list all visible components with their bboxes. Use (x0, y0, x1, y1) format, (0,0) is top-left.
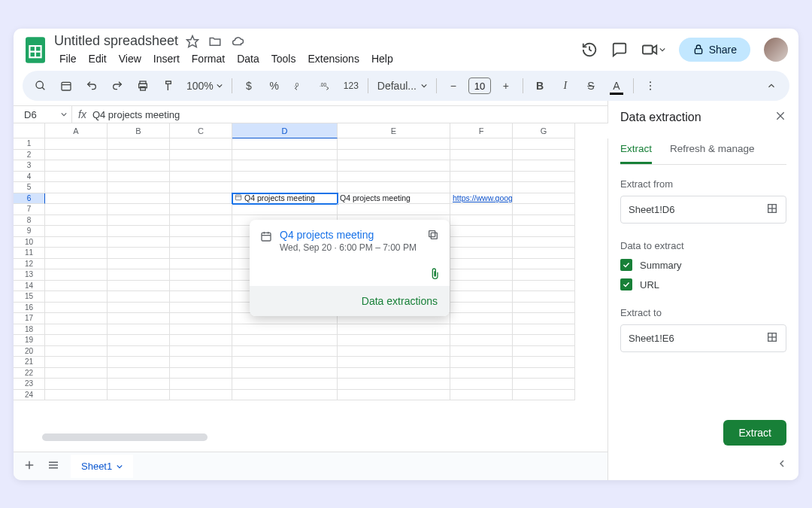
copy-icon[interactable] (427, 229, 439, 244)
move-icon[interactable] (208, 35, 222, 48)
col-header-b[interactable]: B (108, 123, 170, 138)
cell-A3[interactable] (45, 160, 108, 172)
cell-D5[interactable] (232, 182, 338, 193)
row-header[interactable]: 24 (14, 390, 45, 401)
cell-C12[interactable] (170, 259, 232, 270)
cell-C15[interactable] (170, 291, 232, 303)
cell-A19[interactable] (45, 335, 108, 346)
cell-F8[interactable] (450, 215, 513, 227)
row-header[interactable]: 13 (14, 269, 45, 281)
grid-picker-icon[interactable] (766, 202, 778, 217)
strikethrough-icon[interactable]: S (580, 75, 601, 96)
cell-F11[interactable] (450, 248, 513, 259)
cell-B20[interactable] (108, 346, 170, 357)
sheets-logo[interactable] (24, 35, 47, 65)
cell-C24[interactable] (170, 390, 232, 401)
extract-button[interactable]: Extract (723, 420, 786, 446)
cell-D7[interactable] (232, 204, 338, 215)
share-button[interactable]: Share (679, 38, 750, 62)
cell-C18[interactable] (170, 324, 232, 336)
select-all-corner[interactable] (14, 123, 45, 138)
cell-F6[interactable]: https://www.google.com/calendar/ev (450, 193, 513, 205)
cell-C23[interactable] (170, 379, 232, 390)
cell-F20[interactable] (450, 346, 513, 357)
cell-B24[interactable] (108, 390, 170, 401)
cell-B16[interactable] (108, 303, 170, 314)
cell-A14[interactable] (45, 281, 108, 292)
col-header-e[interactable]: E (338, 123, 450, 138)
cell-A1[interactable] (45, 138, 108, 150)
cell-A17[interactable] (45, 313, 108, 324)
row-header[interactable]: 12 (14, 259, 45, 270)
expand-panel-icon[interactable] (776, 458, 788, 473)
cell-A22[interactable] (45, 368, 108, 379)
cell-F19[interactable] (450, 335, 513, 346)
popup-action[interactable]: Data extractions (250, 286, 450, 316)
row-header[interactable]: 7 (14, 204, 45, 215)
menu-tools[interactable]: Tools (266, 51, 301, 66)
row-header[interactable]: 20 (14, 346, 45, 357)
cell-A11[interactable] (45, 248, 108, 259)
cell-B18[interactable] (108, 324, 170, 336)
cell-B22[interactable] (108, 368, 170, 379)
row-header[interactable]: 22 (14, 368, 45, 379)
cell-E2[interactable] (338, 150, 450, 161)
cell-G11[interactable] (513, 248, 575, 259)
cell-A9[interactable] (45, 226, 108, 237)
cell-A7[interactable] (45, 204, 108, 215)
row-header[interactable]: 23 (14, 379, 45, 390)
menu-edit[interactable]: Edit (83, 51, 112, 66)
cell-F22[interactable] (450, 368, 513, 379)
cell-D3[interactable] (232, 160, 338, 172)
cell-A15[interactable] (45, 291, 108, 303)
cell-F21[interactable] (450, 357, 513, 368)
col-header-g[interactable]: G (513, 123, 575, 138)
undo-icon[interactable] (81, 75, 102, 96)
cell-A10[interactable] (45, 237, 108, 248)
avatar[interactable] (764, 38, 788, 62)
cell-F5[interactable] (450, 182, 513, 193)
cell-E5[interactable] (338, 182, 450, 193)
cell-G7[interactable] (513, 204, 575, 215)
cell-G5[interactable] (513, 182, 575, 193)
meet-icon[interactable] (641, 41, 665, 58)
cell-F14[interactable] (450, 281, 513, 292)
zoom-select[interactable]: 100% (183, 80, 226, 92)
cell-C20[interactable] (170, 346, 232, 357)
cell-B21[interactable] (108, 357, 170, 368)
cell-D20[interactable] (232, 346, 338, 357)
cell-A13[interactable] (45, 269, 108, 281)
cell-B19[interactable] (108, 335, 170, 346)
row-header[interactable]: 17 (14, 313, 45, 324)
cell-D4[interactable] (232, 172, 338, 183)
cell-E3[interactable] (338, 160, 450, 172)
cell-E6[interactable]: Q4 projects meeting (338, 193, 450, 205)
cell-B12[interactable] (108, 259, 170, 270)
cell-G22[interactable] (513, 368, 575, 379)
cell-F17[interactable] (450, 313, 513, 324)
currency-icon[interactable]: $ (238, 75, 259, 96)
cell-E20[interactable] (338, 346, 450, 357)
extract-to-field[interactable]: Sheet1!E6 (620, 324, 786, 352)
cell-F2[interactable] (450, 150, 513, 161)
cell-G9[interactable] (513, 226, 575, 237)
cell-C22[interactable] (170, 368, 232, 379)
row-header[interactable]: 8 (14, 215, 45, 227)
cell-B15[interactable] (108, 291, 170, 303)
cell-E1[interactable] (338, 138, 450, 150)
increase-font-icon[interactable]: + (495, 75, 517, 96)
cell-A8[interactable] (45, 215, 108, 227)
close-icon[interactable] (774, 110, 786, 125)
row-header[interactable]: 1 (14, 138, 45, 150)
cell-G18[interactable] (513, 324, 575, 336)
tab-extract[interactable]: Extract (620, 143, 652, 164)
cell-B13[interactable] (108, 269, 170, 281)
cell-B4[interactable] (108, 172, 170, 183)
cell-G10[interactable] (513, 237, 575, 248)
cell-C16[interactable] (170, 303, 232, 314)
cell-G13[interactable] (513, 269, 575, 281)
cell-G6[interactable] (513, 193, 575, 205)
check-url[interactable]: URL (620, 278, 786, 291)
cloud-icon[interactable] (231, 35, 244, 48)
cell-B10[interactable] (108, 237, 170, 248)
